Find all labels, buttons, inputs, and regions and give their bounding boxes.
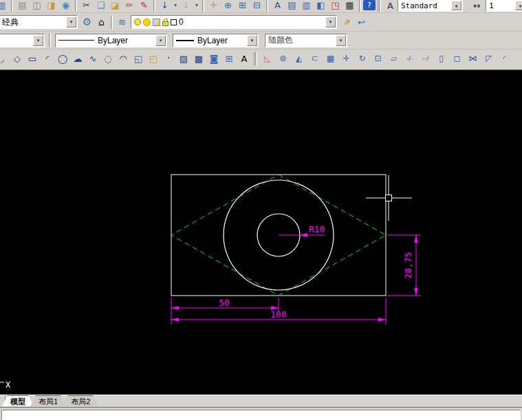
text-style-select[interactable]: Standard <box>398 0 463 12</box>
command-input[interactable] <box>1 410 521 420</box>
make-object-layer-current-icon[interactable]: ⇗ <box>340 16 354 28</box>
publish-icon[interactable]: ◨ <box>44 0 58 12</box>
scale-icon[interactable]: ⊡ <box>370 52 386 65</box>
properties-palette-icon[interactable]: ▤ <box>285 0 299 12</box>
designcenter-icon[interactable]: ▥ <box>299 0 314 12</box>
3d-dwf-icon[interactable]: ◉ <box>58 0 73 12</box>
toolbar-separator <box>255 52 257 65</box>
layer-properties-manager-icon[interactable]: ≋ <box>115 16 129 28</box>
workspace-select[interactable]: 经典 <box>0 15 78 29</box>
ucs-icon: X <box>0 380 11 390</box>
array-icon[interactable]: ▦ <box>323 52 338 65</box>
arc-icon[interactable]: ◜ <box>40 52 55 65</box>
standard-toolbar: ▥▤◫◨◉✂❏◪✏✎↓▾↓▾✛⊕⊞⊟A▤▥◧◳▦? A Standard ↔ 1 <box>0 0 522 13</box>
workspace-settings-icon[interactable]: ⚙ <box>80 16 94 28</box>
copy-icon[interactable]: ❏ <box>94 0 108 12</box>
quickcalc-icon[interactable]: ▦ <box>342 0 357 12</box>
pan-icon[interactable]: ✛ <box>206 0 221 12</box>
copy-object-icon[interactable]: ⊚ <box>275 52 291 65</box>
layer-viewport-freeze-icon[interactable] <box>153 19 160 26</box>
move-icon[interactable]: ✛ <box>338 52 354 65</box>
tab-layout2[interactable]: 布局2 <box>63 395 98 406</box>
paste-icon[interactable]: ◪ <box>108 0 122 12</box>
polyline-partial-icon[interactable]: ◞ <box>0 52 10 65</box>
redo-more-icon[interactable]: ▾ <box>193 0 200 12</box>
draw-modify-toolbar: ◞◇▭◜◯☁∿◌◠◱◰·▨▩◙⊞A ◺⊚◭⊂▦✛↻⊡▱-/---/▯◻⋈◸◜ <box>0 49 522 67</box>
insert-block-icon[interactable]: ◱ <box>131 52 146 65</box>
plot-style-value: 随颜色 <box>268 34 293 46</box>
layer-thaw-icon[interactable] <box>143 19 151 26</box>
block-editor-icon[interactable]: ✎ <box>137 0 151 12</box>
dim-style-icon[interactable]: ↔ <box>470 0 484 12</box>
hatch-icon[interactable]: ▨ <box>176 52 191 65</box>
dimension-50[interactable]: 50 <box>171 298 279 312</box>
zoom-realtime-icon[interactable]: ⊕ <box>221 0 235 12</box>
layer-select[interactable]: 0 <box>131 15 337 29</box>
lineweight-value: ByLayer <box>197 36 228 45</box>
chamfer-icon[interactable]: ◸ <box>481 52 497 65</box>
help-icon[interactable]: ? <box>363 0 376 10</box>
rotate-icon[interactable]: ↻ <box>354 52 370 65</box>
stretch-icon[interactable]: ▱ <box>386 52 402 65</box>
spline-icon[interactable]: ∿ <box>85 52 100 65</box>
polygon-icon[interactable]: ◇ <box>10 52 25 65</box>
drawing-canvas[interactable]: R10 50 100 <box>0 70 522 395</box>
gradient-icon[interactable]: ▩ <box>191 52 206 65</box>
draw-toolbar: ◞◇▭◜◯☁∿◌◠◱◰·▨▩◙⊞A <box>0 52 252 65</box>
lineweight-sample <box>176 40 194 41</box>
drawing-area[interactable]: R10 50 100 <box>0 70 522 395</box>
fillet-icon[interactable]: ◜ <box>497 52 512 65</box>
point-icon[interactable]: · <box>161 52 176 65</box>
ellipse-icon[interactable]: ◌ <box>100 52 116 65</box>
markup-set-manager-icon[interactable]: ◳ <box>328 0 342 12</box>
lineweight-select[interactable]: ByLayer <box>173 34 259 47</box>
layer-on-icon[interactable] <box>134 19 141 25</box>
toolbar-separator <box>11 0 13 12</box>
plot-icon[interactable]: ▤ <box>15 0 30 12</box>
plot-style-select[interactable]: 随颜色 <box>265 34 347 47</box>
undo-icon[interactable]: ↓ <box>157 0 172 12</box>
tool-palettes-icon[interactable]: ◧ <box>314 0 328 12</box>
extend-icon[interactable]: --/ <box>417 52 433 65</box>
undo-more-icon[interactable]: ▾ <box>172 0 179 12</box>
radius-dimension[interactable]: R10 <box>279 224 325 237</box>
region-icon[interactable]: ◙ <box>206 52 221 65</box>
tab-layout1[interactable]: 布局1 <box>30 395 66 406</box>
mirror-icon[interactable]: ◭ <box>291 52 307 65</box>
match-properties-icon[interactable]: ✏ <box>122 0 137 12</box>
linetype-select[interactable]: ByLayer <box>55 34 167 47</box>
trim-icon[interactable]: -/- <box>402 52 417 65</box>
find-icon[interactable]: A <box>270 0 285 12</box>
save-partial-icon[interactable]: ▥ <box>0 0 9 12</box>
circle-icon[interactable]: ◯ <box>55 52 70 65</box>
dimension-100-text: 100 <box>270 309 286 320</box>
dim-style-value: 1 <box>489 1 494 10</box>
zoom-previous-icon[interactable]: ⊟ <box>250 0 264 12</box>
radius-dimension-text: R10 <box>309 224 325 234</box>
table-icon[interactable]: ⊞ <box>221 52 237 65</box>
crosshair-cursor <box>366 175 412 221</box>
multiline-text-icon[interactable]: A <box>237 52 252 65</box>
my-workspace-icon[interactable]: ⌂ <box>94 16 109 28</box>
erase-icon[interactable]: ◺ <box>259 52 275 65</box>
ellipse-arc-icon[interactable]: ◠ <box>116 52 131 65</box>
rectangle-icon[interactable]: ▭ <box>25 52 40 65</box>
revision-cloud-icon[interactable]: ☁ <box>70 52 85 65</box>
offset-icon[interactable]: ⊂ <box>307 52 323 65</box>
layer-unlock-icon[interactable] <box>162 21 168 26</box>
join-icon[interactable]: ⋈ <box>465 52 481 65</box>
zoom-window-icon[interactable]: ⊞ <box>235 0 250 12</box>
dimension-28-75[interactable]: 28,75 <box>387 235 421 296</box>
plot-preview-icon[interactable]: ◫ <box>30 0 44 12</box>
color-select[interactable]: ByLayer <box>0 34 45 47</box>
text-style-icon[interactable]: A <box>383 0 398 12</box>
tab-model[interactable]: 模型 <box>2 395 34 406</box>
redo-icon[interactable]: ↓ <box>179 0 193 12</box>
make-block-icon[interactable]: ◰ <box>146 52 161 65</box>
break-icon[interactable]: ◻ <box>449 52 465 65</box>
layer-previous-icon[interactable]: ↩ <box>354 16 369 28</box>
cut-icon[interactable]: ✂ <box>79 0 94 12</box>
dim-style-select[interactable]: 1 <box>486 0 522 12</box>
break-at-point-icon[interactable]: ▯ <box>433 52 449 65</box>
command-line <box>0 407 522 420</box>
